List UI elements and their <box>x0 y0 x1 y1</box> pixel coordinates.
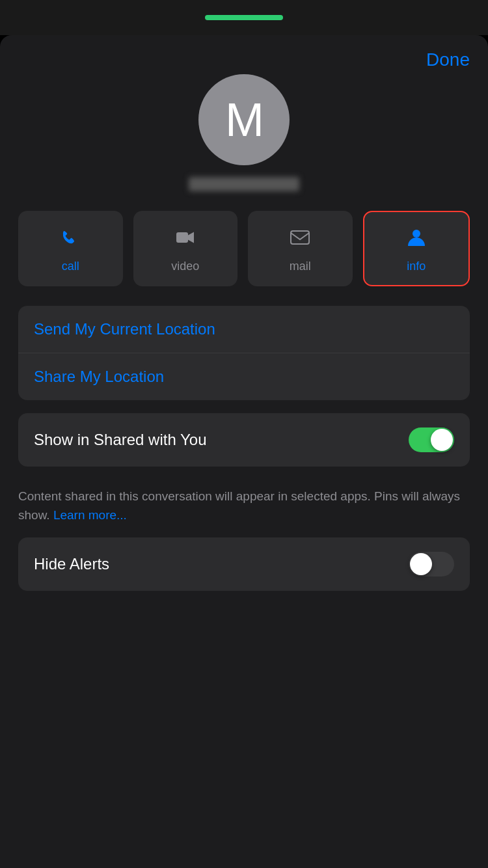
hide-alerts-section: Hide Alerts <box>18 537 470 591</box>
call-icon <box>59 226 81 253</box>
action-buttons: call video mail <box>0 211 488 286</box>
avatar: M <box>198 74 290 165</box>
avatar-letter: M <box>225 93 263 146</box>
send-location-label: Send My Current Location <box>34 320 215 338</box>
shared-with-you-toggle[interactable] <box>409 427 454 452</box>
toggle-knob <box>431 429 453 451</box>
shared-with-you-label: Show in Shared with You <box>34 431 207 449</box>
share-location-label: Share My Location <box>34 368 164 386</box>
info-person-icon <box>405 226 427 253</box>
learn-more-link[interactable]: Learn more... <box>53 508 127 522</box>
svg-point-2 <box>413 230 420 237</box>
shared-with-you-section: Show in Shared with You <box>18 413 470 467</box>
location-section: Send My Current Location Share My Locati… <box>18 306 470 400</box>
svg-rect-0 <box>176 232 188 243</box>
contact-name-blurred <box>189 177 299 191</box>
contact-section: M <box>0 35 488 211</box>
info-label: info <box>407 260 426 273</box>
info-button[interactable]: info <box>363 211 470 286</box>
hide-alerts-toggle[interactable] <box>409 552 454 576</box>
svg-rect-1 <box>291 231 309 244</box>
send-location-row[interactable]: Send My Current Location <box>18 306 470 353</box>
video-button[interactable]: video <box>133 211 238 286</box>
status-bar-indicator <box>205 15 283 20</box>
share-location-row[interactable]: Share My Location <box>18 353 470 400</box>
status-bar <box>0 0 488 35</box>
video-label: video <box>171 260 199 273</box>
mail-label: mail <box>290 260 311 273</box>
mail-icon <box>289 226 311 253</box>
done-button[interactable]: Done <box>426 49 470 70</box>
call-label: call <box>62 260 79 273</box>
hide-alerts-label: Hide Alerts <box>34 555 109 573</box>
sheet: Done M call video <box>0 35 488 868</box>
shared-with-you-description: Content shared in this conversation will… <box>0 480 488 537</box>
shared-with-you-row[interactable]: Show in Shared with You <box>18 413 470 467</box>
video-icon <box>174 226 197 253</box>
hide-alerts-toggle-knob <box>410 553 432 575</box>
hide-alerts-row[interactable]: Hide Alerts <box>18 537 470 591</box>
call-button[interactable]: call <box>18 211 123 286</box>
mail-button[interactable]: mail <box>248 211 353 286</box>
